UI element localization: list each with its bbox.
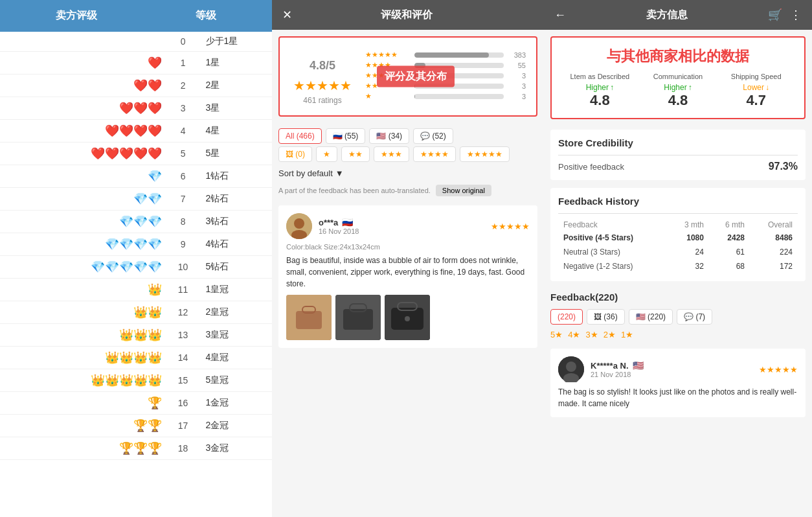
comparison-title: 与其他商家相比的数据 bbox=[561, 47, 795, 66]
feedback-filter-tab-button[interactable]: 🇺🇸 (220) bbox=[629, 309, 673, 325]
table-row: 👑👑👑 13 3皇冠 bbox=[0, 324, 272, 347]
rating-label: 1金冠 bbox=[199, 392, 272, 415]
table-row: 💎💎💎 8 3钻石 bbox=[0, 211, 272, 233]
feedback-history-header-cell: 6 mth bbox=[709, 219, 750, 231]
rating-icon: ❤️❤️❤️ bbox=[0, 97, 167, 120]
feedback-history-header-cell: 3 mth bbox=[668, 219, 709, 231]
star-tab-button[interactable]: ★★★★★ bbox=[460, 146, 510, 162]
right-header-title: 卖方信息 bbox=[646, 8, 688, 22]
feedback-count-title: Feedback(220) bbox=[550, 292, 806, 303]
fh-label: Positive (4-5 Stars) bbox=[558, 231, 668, 245]
bar-track bbox=[414, 52, 504, 58]
sort-bar: Sort by default ▼ bbox=[272, 165, 544, 182]
bar-row: ★★★★★ 383 bbox=[365, 51, 526, 59]
comp-label: Ltem as Described bbox=[561, 73, 639, 80]
rating-level: 1 bbox=[167, 52, 199, 75]
rating-label: 5星 bbox=[199, 143, 272, 165]
middle-panel: ✕ 评级和评价 4.8/5 ★★★★★ 461 ratings ★★★★★ 38… bbox=[272, 0, 544, 517]
filter-tab-button[interactable]: All (466) bbox=[278, 128, 322, 144]
rating-icon: 👑 bbox=[0, 279, 167, 301]
star-tab-button[interactable]: ★★★ bbox=[374, 146, 409, 162]
comp-direction: Higher ↑ bbox=[561, 83, 639, 92]
back-icon[interactable]: ← bbox=[554, 8, 566, 22]
svg-point-12 bbox=[405, 316, 410, 321]
star-tab-button[interactable]: ★★★★ bbox=[413, 146, 456, 162]
rating-label: 1皇冠 bbox=[199, 279, 272, 301]
rating-icon: ❤️ bbox=[0, 52, 167, 75]
rating-level: 17 bbox=[167, 415, 199, 437]
rating-bars: ★★★★★ 383 ★★★★ 55 ★★★ 3 ★★ 3 ★ 3 bbox=[365, 51, 526, 102]
review-attr: Color:black Size:24x13x24cm bbox=[286, 243, 530, 251]
feedback-history-row: Negative (1-2 Stars) 32 68 172 bbox=[558, 259, 798, 273]
star-feedback-tab-button[interactable]: 1★ bbox=[621, 330, 633, 339]
rating-level: 7 bbox=[167, 188, 199, 211]
rating-label: 5钻石 bbox=[199, 256, 272, 279]
bar-fill bbox=[414, 52, 489, 58]
fh-3mth: 32 bbox=[668, 259, 709, 273]
review-stars: ★★★★★ bbox=[491, 222, 530, 231]
table-row: 🏆🏆 17 2金冠 bbox=[0, 415, 272, 437]
review-card: o***a 🇷🇺 16 Nov 2018 ★★★★★ Color:black S… bbox=[278, 205, 537, 348]
rating-icon: 🏆🏆🏆 bbox=[0, 437, 167, 460]
comp-value: 4.8 bbox=[639, 92, 717, 109]
right-header: ← 卖方信息 🛒 ⋮ bbox=[544, 0, 812, 30]
review2-card: K*****a N. 🇺🇸 21 Nov 2018 ★★★★★ The bag … bbox=[550, 349, 806, 417]
fh-overall: 8486 bbox=[750, 231, 798, 245]
star-tab-button[interactable]: 🖼 (0) bbox=[278, 146, 312, 162]
star-feedback-tab-button[interactable]: 2★ bbox=[603, 330, 616, 339]
cart-icon[interactable]: 🛒 bbox=[768, 8, 782, 22]
star-tab-button[interactable]: ★ bbox=[316, 146, 337, 162]
arrow-up-icon: ↑ bbox=[610, 83, 614, 92]
rating-label: 5皇冠 bbox=[199, 369, 272, 392]
feedback-filter-tab-button[interactable]: 💬 (7) bbox=[677, 309, 712, 325]
reviewer-avatar bbox=[286, 213, 312, 239]
rating-icon: 💎💎💎 bbox=[0, 211, 167, 233]
more-icon[interactable]: ⋮ bbox=[790, 8, 802, 22]
sort-chevron-icon[interactable]: ▼ bbox=[335, 168, 344, 178]
arrow-down-icon: ↓ bbox=[765, 83, 769, 92]
rating-icon: 👑👑 bbox=[0, 301, 167, 324]
review-image-3[interactable] bbox=[385, 295, 430, 340]
show-original-button[interactable]: Show original bbox=[436, 185, 491, 196]
rating-label: 4星 bbox=[199, 120, 272, 143]
review-image-1[interactable] bbox=[286, 295, 332, 340]
rating-icon: ❤️❤️ bbox=[0, 75, 167, 97]
rating-icon: 💎💎💎💎 bbox=[0, 233, 167, 256]
filter-tab-button[interactable]: 🇷🇺 (55) bbox=[326, 128, 366, 144]
rating-level: 9 bbox=[167, 233, 199, 256]
filter-tab-button[interactable]: 💬 (52) bbox=[413, 128, 453, 144]
filter-tabs: All (466)🇷🇺 (55)🇺🇸 (34)💬 (52) bbox=[272, 123, 544, 146]
star-feedback-tab-button[interactable]: 5★ bbox=[550, 330, 563, 339]
bar-track bbox=[414, 84, 504, 89]
left-panel: 卖方评级 等级 0 少于1星 ❤️ 1 1星 ❤️❤️ 2 2星 ❤️❤️❤️ … bbox=[0, 0, 272, 517]
feedback-filter-tab-button[interactable]: (220) bbox=[550, 309, 583, 325]
review2-meta: K*****a N. 🇺🇸 21 Nov 2018 bbox=[591, 360, 752, 378]
rating-level: 12 bbox=[167, 301, 199, 324]
close-icon[interactable]: ✕ bbox=[282, 8, 292, 22]
feedback-filter-tab-button[interactable]: 🖼 (36) bbox=[587, 309, 625, 325]
star-feedback-tab-button[interactable]: 4★ bbox=[568, 330, 580, 339]
auto-translate-text: A part of the feedback has been auto-tra… bbox=[278, 187, 431, 194]
rating-label: 2钻石 bbox=[199, 188, 272, 211]
arrow-up-icon: ↑ bbox=[688, 83, 692, 92]
comparison-column: Shipping Speed Lower ↓ 4.7 bbox=[717, 73, 795, 109]
rating-label: 3钻石 bbox=[199, 211, 272, 233]
rating-level: 13 bbox=[167, 324, 199, 347]
review-image-2[interactable] bbox=[335, 295, 381, 340]
star-tab-button[interactable]: ★★ bbox=[341, 146, 370, 162]
positive-feedback-value: 97.3% bbox=[769, 161, 798, 172]
comparison-column: Communication Higher ↑ 4.8 bbox=[639, 73, 717, 109]
rating-level: 5 bbox=[167, 143, 199, 165]
rating-icon: 💎 bbox=[0, 165, 167, 188]
fh-6mth: 2428 bbox=[709, 231, 750, 245]
reviewer-name: o***a bbox=[319, 218, 338, 227]
fh-overall: 224 bbox=[750, 245, 798, 259]
table-row: 💎💎💎💎💎 10 5钻石 bbox=[0, 256, 272, 279]
table-row: 0 少于1星 bbox=[0, 32, 272, 52]
filter-tab-button[interactable]: 🇺🇸 (34) bbox=[369, 128, 409, 144]
table-row: ❤️❤️❤️ 3 3星 bbox=[0, 97, 272, 120]
bar-row: ★★ 3 bbox=[365, 82, 526, 90]
rating-level: 8 bbox=[167, 211, 199, 233]
reviewer2-avatar bbox=[558, 356, 584, 382]
star-feedback-tab-button[interactable]: 3★ bbox=[585, 330, 598, 339]
